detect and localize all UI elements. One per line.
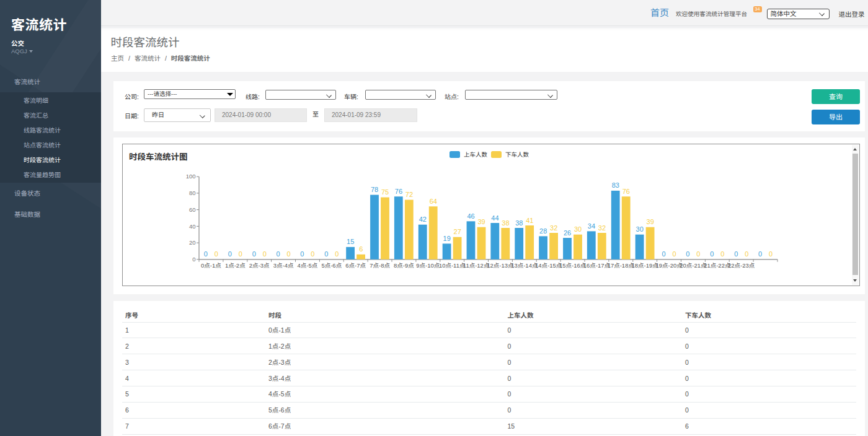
- svg-text:41: 41: [526, 216, 533, 224]
- svg-text:64: 64: [430, 197, 437, 204]
- svg-text:0: 0: [311, 250, 314, 258]
- svg-text:83: 83: [612, 181, 619, 189]
- svg-text:0: 0: [769, 250, 773, 258]
- svg-text:76: 76: [395, 187, 402, 194]
- svg-text:16点-17点: 16点-17点: [583, 262, 611, 269]
- svg-text:26: 26: [564, 229, 571, 236]
- svg-text:6点-7点: 6点-7点: [345, 262, 366, 269]
- svg-text:38: 38: [515, 219, 523, 226]
- svg-text:4点-5点: 4点-5点: [298, 262, 318, 269]
- svg-text:27: 27: [454, 228, 461, 235]
- svg-text:0: 0: [335, 250, 339, 258]
- svg-text:2点-3点: 2点-3点: [249, 262, 270, 269]
- svg-text:60: 60: [189, 206, 196, 212]
- svg-text:78: 78: [371, 186, 378, 193]
- svg-text:28: 28: [539, 227, 547, 234]
- svg-text:0: 0: [696, 250, 700, 258]
- svg-text:21点-22点: 21点-22点: [704, 262, 731, 269]
- svg-text:5点-6点: 5点-6点: [321, 262, 342, 269]
- svg-text:22点-23点: 22点-23点: [728, 262, 755, 269]
- svg-text:19点-20点: 19点-20点: [655, 262, 683, 269]
- svg-text:14点-15点: 14点-15点: [535, 262, 562, 269]
- svg-text:0: 0: [263, 250, 267, 258]
- svg-text:1点-2点: 1点-2点: [225, 262, 246, 269]
- svg-text:0: 0: [287, 250, 291, 258]
- svg-text:15点-16点: 15点-16点: [559, 262, 587, 269]
- svg-text:11点-12点: 11点-12点: [463, 262, 490, 269]
- svg-text:10点-11点: 10点-11点: [439, 262, 466, 269]
- svg-text:0: 0: [239, 250, 242, 258]
- svg-text:80: 80: [189, 190, 196, 196]
- svg-text:0: 0: [192, 256, 195, 263]
- svg-text:0: 0: [215, 250, 218, 258]
- svg-text:17点-18点: 17点-18点: [608, 262, 635, 269]
- svg-text:76: 76: [622, 187, 630, 194]
- svg-text:44: 44: [491, 214, 498, 221]
- svg-text:0: 0: [710, 250, 714, 258]
- svg-text:0: 0: [758, 250, 762, 258]
- svg-text:72: 72: [405, 191, 413, 198]
- svg-text:0: 0: [300, 250, 304, 258]
- svg-text:20点-21点: 20点-21点: [680, 262, 707, 269]
- svg-text:0: 0: [686, 250, 689, 258]
- svg-text:12点-13点: 12点-13点: [487, 262, 514, 269]
- svg-text:39: 39: [477, 218, 485, 225]
- svg-text:8点-9点: 8点-9点: [394, 262, 414, 269]
- svg-text:0: 0: [673, 250, 676, 258]
- svg-text:100: 100: [186, 173, 196, 180]
- svg-text:0: 0: [252, 250, 256, 258]
- svg-text:34: 34: [588, 222, 595, 229]
- svg-text:30: 30: [636, 225, 644, 233]
- svg-text:75: 75: [381, 188, 389, 196]
- svg-text:0: 0: [324, 250, 328, 258]
- svg-text:18点-19点: 18点-19点: [632, 262, 659, 269]
- svg-text:0: 0: [734, 250, 738, 258]
- svg-text:0: 0: [745, 250, 748, 258]
- svg-text:15: 15: [347, 238, 354, 245]
- svg-text:0: 0: [204, 250, 208, 258]
- svg-text:6: 6: [359, 245, 363, 253]
- svg-text:0点-1点: 0点-1点: [201, 262, 221, 269]
- svg-text:32: 32: [550, 224, 557, 231]
- svg-text:30: 30: [574, 225, 582, 233]
- svg-text:42: 42: [419, 216, 427, 223]
- svg-text:0: 0: [277, 250, 280, 258]
- svg-text:38: 38: [502, 219, 509, 226]
- svg-text:7点-8点: 7点-8点: [370, 262, 390, 269]
- svg-text:32: 32: [598, 224, 606, 231]
- svg-text:0: 0: [228, 250, 232, 258]
- svg-text:19: 19: [443, 234, 451, 242]
- svg-text:0: 0: [662, 250, 666, 258]
- svg-text:13点-14点: 13点-14点: [511, 262, 538, 269]
- svg-text:40: 40: [189, 222, 196, 229]
- svg-text:46: 46: [467, 212, 474, 219]
- svg-text:0: 0: [720, 250, 724, 258]
- svg-text:20: 20: [189, 239, 196, 246]
- svg-text:39: 39: [647, 218, 654, 225]
- svg-text:3点-4点: 3点-4点: [273, 262, 294, 269]
- svg-text:9点-10点: 9点-10点: [416, 262, 440, 269]
